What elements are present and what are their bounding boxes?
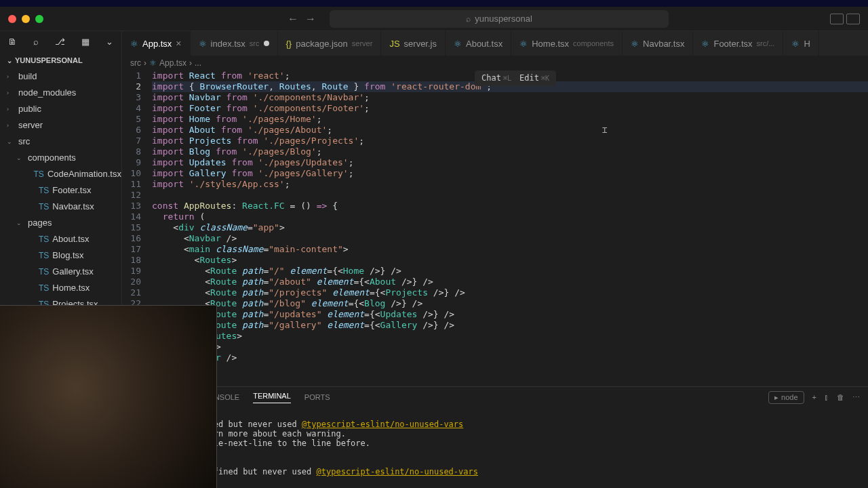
typescript-icon: TS [39,232,49,246]
code-lines[interactable]: import React from 'react';import { Brows… [152,70,868,386]
nav-forward-icon[interactable]: → [305,13,316,25]
line-number: 2 [122,81,141,92]
code-line[interactable]: <Route path="/about" element={<About />}… [152,277,868,287]
breadcrumb-seg: src [130,58,141,68]
code-line[interactable]: </main> [152,342,868,352]
close-icon[interactable]: × [176,38,181,49]
code-line[interactable]: <Footer /> [152,352,868,363]
breadcrumb-sep: › [144,58,146,68]
extensions-icon[interactable]: ▦ [81,37,90,47]
explorer-icon[interactable]: 🗎 [8,37,17,47]
code-line[interactable]: <Route path="/" element={<Home />} /> [152,266,868,277]
code-line[interactable]: import './styles/App.css'; [152,179,868,190]
tree-item-src[interactable]: ⌄src [0,134,121,150]
code-line[interactable]: <Routes> [152,255,868,266]
react-icon: ⚛ [631,39,639,49]
code-line[interactable]: <Route path="/projects" element={<Projec… [152,287,868,298]
tab-about-tsx[interactable]: ⚛About.tsx [446,31,511,56]
code-line[interactable]: <main className="main-content"> [152,244,868,255]
tab-server-js[interactable]: JSserver.js [381,31,446,56]
tree-item-navbar-tsx[interactable]: TSNavbar.tsx [0,199,121,215]
code-line[interactable]: import Footer from './components/Footer'… [152,103,868,114]
tree-item-label: About.tsx [52,232,89,246]
chevron-down-icon[interactable]: ⌄ [106,37,113,47]
tree-item-build[interactable]: ›build [0,68,121,85]
tab-h[interactable]: ⚛H [783,31,818,56]
terminal-shell-select[interactable]: ▸ node [768,391,804,404]
toggle-primary-sidebar-button[interactable] [830,14,844,24]
tab-label: About.tsx [466,39,502,49]
code-line[interactable]: </div> [152,363,868,374]
chevron-right-icon: › [7,70,15,83]
tab-ports[interactable]: PORTS [304,393,330,401]
breadcrumb[interactable]: src › ⚛ App.tsx › ... [122,56,868,70]
tab-package-json[interactable]: {}package.jsonserver [278,31,382,56]
line-number: 5 [122,114,141,125]
tree-item-codeanimation-tsx[interactable]: TSCodeAnimation.tsx [0,166,121,182]
maximize-window-button[interactable] [35,15,43,23]
tree-item-node_modules[interactable]: ›node_modules [0,85,121,101]
tab-home-tsx[interactable]: ⚛Home.tsxcomponents [511,31,623,56]
minimize-window-button[interactable] [22,15,30,23]
tab-navbar-tsx[interactable]: ⚛Navbar.tsx [623,31,693,56]
react-icon: ⚛ [199,39,207,49]
tree-item-gallery-tsx[interactable]: TSGallery.tsx [0,264,121,280]
tab-label: Navbar.tsx [643,39,684,49]
json-icon: {} [286,39,292,49]
terminal-split-button[interactable]: ⫿ [825,393,829,401]
code-line[interactable]: import Blog from './pages/Blog'; [152,146,868,157]
tree-item-blog-tsx[interactable]: TSBlog.tsx [0,247,121,264]
code-line[interactable]: import Navbar from './components/Navbar'… [152,92,868,103]
code-line[interactable]: import About from './pages/About'; [152,125,868,136]
project-header[interactable]: ⌄ YUNUSPERSONAL [0,52,121,68]
search-activity-icon[interactable]: ⌕ [33,37,39,47]
tree-item-public[interactable]: ›public [0,101,121,117]
typescript-icon: TS [34,167,44,181]
edit-button[interactable]: Edit⌘K [519,73,549,84]
editor-content[interactable]: Chat⌘L Edit⌘K 12345678910111213141516171… [122,70,868,386]
tree-item-server[interactable]: ›server [0,117,121,134]
code-line[interactable]: return ( [152,211,868,222]
terminal-trash-button[interactable]: 🗑 [837,393,844,401]
code-line[interactable]: </Routes> [152,331,868,342]
tree-item-about-tsx[interactable]: TSAbout.tsx [0,231,121,247]
new-terminal-button[interactable]: + [812,393,816,401]
code-line[interactable]: import Gallery from './pages/Gallery'; [152,168,868,179]
code-line[interactable]: import Projects from './pages/Projects'; [152,136,868,146]
code-line[interactable]: import Updates from './pages/Updates'; [152,157,868,168]
activity-icons: 🗎 ⌕ ⎇ ▦ ⌄ [0,31,121,52]
tree-item-home-tsx[interactable]: TSHome.tsx [0,280,121,296]
close-window-button[interactable] [8,15,16,23]
code-line[interactable]: <Route path="/gallery" element={<Gallery… [152,320,868,331]
js-icon: JS [389,39,399,49]
tree-item-components[interactable]: ⌄components [0,150,121,166]
chevron-down-icon: ⌄ [7,57,12,64]
tab-terminal[interactable]: TERMINAL [253,392,291,403]
tab-footer-tsx[interactable]: ⚛Footer.tsxsrc/... [693,31,783,56]
command-center[interactable]: ⌕ yunuspersonal [330,10,669,28]
code-line[interactable] [152,190,868,201]
code-line[interactable]: <Route path="/blog" element={<Blog />} /… [152,298,868,309]
tree-item-footer-tsx[interactable]: TSFooter.tsx [0,182,121,199]
terminal-more-button[interactable]: ⋯ [852,393,860,402]
chevron-right-icon: › [7,86,15,100]
code-line[interactable]: <Navbar /> [152,233,868,244]
tree-item-label: build [18,70,37,83]
toggle-secondary-sidebar-button[interactable] [846,14,860,24]
tree-item-pages[interactable]: ⌄pages [0,215,121,231]
code-line[interactable]: const AppRoutes: React.FC = () => { [152,201,868,211]
terminal-line: d // eslint-disable-next-line to the lin… [130,439,860,448]
nav-back-icon[interactable]: ← [288,13,298,25]
code-line[interactable]: <Route path="/updates" element={<Updates… [152,309,868,320]
line-number: 6 [122,125,141,136]
chat-button[interactable]: Chat⌘L [481,73,511,84]
tab-app-tsx[interactable]: ⚛App.tsx× [122,31,191,56]
source-control-icon[interactable]: ⎇ [55,37,65,47]
code-line[interactable]: import Home from './pages/Home'; [152,114,868,125]
chevron-right-icon: › [7,119,15,132]
bottom-panel: OUTPUT DEBUG CONSOLE TERMINAL PORTS ▸ no… [122,386,868,488]
terminal-output[interactable]: ut.tsx 'FiMail' is defined but never use… [122,407,868,488]
tab-index-tsx[interactable]: ⚛index.tsxsrc [191,31,278,56]
code-line[interactable]: <div className="app"> [152,222,868,233]
react-icon: ⚛ [519,39,528,49]
